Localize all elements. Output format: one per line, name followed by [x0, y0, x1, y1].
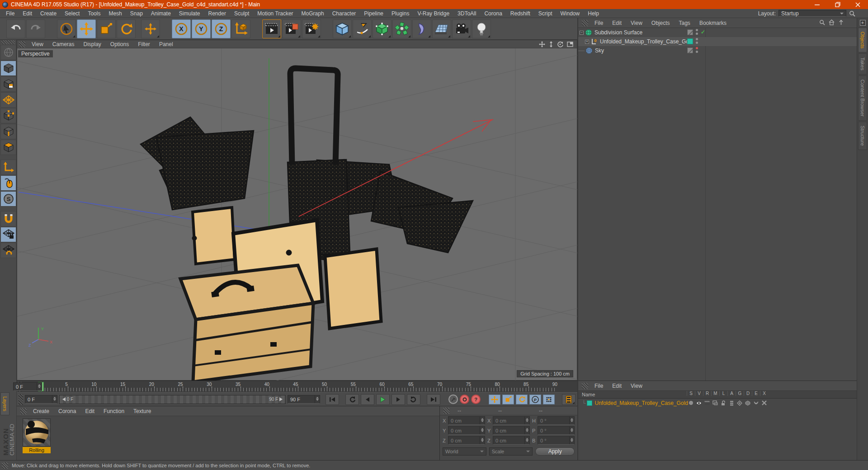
editor-visibility-dot[interactable] [696, 47, 698, 49]
material-menu-item[interactable]: Function [99, 408, 129, 414]
render-toggle-icon[interactable] [703, 400, 711, 406]
menubar-item[interactable]: Create [36, 10, 61, 17]
material-name-label[interactable]: Rolling [23, 447, 51, 453]
transport-grip[interactable] [19, 394, 23, 405]
object-manager-grip[interactable] [582, 20, 588, 26]
object-name[interactable]: Sky [595, 47, 604, 54]
manager-toggle-icon[interactable] [711, 400, 719, 406]
scale-tool[interactable] [97, 19, 116, 38]
zoom-view-icon[interactable] [549, 41, 553, 47]
menubar-item[interactable]: Mesh [104, 10, 126, 17]
title-bar[interactable]: CINEMA 4D R17.055 Studio (R17) - [Unfold… [0, 0, 868, 9]
z-axis-lock-button[interactable]: Z [212, 19, 231, 38]
object-manager-menu-item[interactable]: Tags [675, 20, 695, 26]
record-parameter-toggle[interactable]: P [529, 395, 541, 404]
live-selection-tool[interactable] [57, 19, 76, 38]
camera-view-label[interactable]: Perspective [18, 50, 53, 57]
menubar-item[interactable]: MoGraph [297, 10, 328, 17]
play-forwards-button[interactable] [407, 394, 420, 405]
coordinate-system-button[interactable] [231, 19, 250, 38]
home-icon[interactable] [829, 19, 835, 25]
object-manager-menu-item[interactable]: Bookmarks [695, 20, 731, 26]
goto-start-button[interactable] [326, 394, 339, 405]
move-tool[interactable] [77, 19, 96, 38]
model-mode-button[interactable] [0, 61, 16, 76]
viewport-menu-item[interactable]: Panel [155, 41, 178, 47]
autokey-button[interactable] [460, 395, 469, 404]
polygons-mode-button[interactable] [0, 140, 16, 155]
deformers-toggle-icon[interactable] [744, 400, 752, 406]
rotate-view-icon[interactable] [557, 41, 563, 47]
menubar-item[interactable]: Tools [84, 10, 104, 17]
make-editable-button[interactable] [0, 45, 16, 60]
add-primitive-cube-button[interactable] [333, 19, 352, 38]
deformer-button[interactable] [412, 19, 431, 38]
material-menu-item[interactable]: Corona [54, 408, 80, 414]
layer-color-box[interactable] [587, 400, 592, 406]
ruler-frame-field[interactable]: 0 F [13, 382, 42, 391]
object-row-sky[interactable]: Sky [578, 46, 857, 55]
material-menu-item[interactable]: Texture [129, 408, 156, 414]
search-icon[interactable] [819, 19, 825, 25]
render-visibility-dot[interactable] [696, 42, 698, 44]
workplane-mode-button[interactable] [0, 92, 16, 108]
x-axis-lock-button[interactable]: X [172, 19, 191, 38]
menubar-item[interactable]: Redshift [506, 10, 534, 17]
minimize-button[interactable] [807, 0, 827, 9]
goto-end-button[interactable] [427, 394, 440, 405]
coord-value-field[interactable]: 0 cm [493, 416, 530, 425]
next-frame-button[interactable] [392, 394, 405, 405]
coord-value-field[interactable]: 0 ° [538, 436, 575, 445]
enabled-check-icon[interactable]: ✓ [701, 29, 705, 35]
menubar-item[interactable]: 3DToAll [453, 10, 480, 17]
render-visibility-dot[interactable] [696, 51, 698, 53]
object-row-subdivision-surface[interactable]: − Subdivision Surface ✓ [578, 28, 857, 37]
coordinates-grip[interactable] [443, 408, 449, 414]
material-thumbnail[interactable] [23, 418, 51, 446]
menubar-item[interactable]: Render [204, 10, 230, 17]
expand-icon[interactable]: + [585, 40, 589, 44]
viewport-menu-item[interactable]: Display [79, 41, 105, 47]
coordinate-system-dropdown[interactable]: World [443, 447, 486, 456]
viewport-canvas[interactable]: Perspective Grid Spacing : 100 cm Y X Z [17, 48, 578, 381]
status-grip[interactable] [2, 462, 8, 469]
coord-value-field[interactable]: 0 cm [493, 436, 530, 445]
coord-value-field[interactable]: 0 cm [448, 416, 485, 425]
range-right-arrow-icon[interactable] [279, 397, 283, 401]
align-workplane-button[interactable] [0, 243, 16, 258]
record-rotation-toggle[interactable] [516, 395, 528, 404]
material-menu-item[interactable]: Edit [80, 408, 99, 414]
tab-content-browser[interactable]: Content Browser [858, 75, 867, 121]
timeline-range-slider[interactable]: 0 F 90 F [59, 395, 286, 404]
viewport-menu-item[interactable]: Cameras [48, 41, 79, 47]
last-used-tool[interactable] [141, 19, 160, 38]
lock-toggle-icon[interactable] [719, 400, 727, 406]
coord-value-field[interactable]: 0 cm [493, 426, 530, 435]
scroll-up-icon[interactable] [838, 19, 844, 25]
xref-toggle-icon[interactable] [760, 400, 768, 406]
mograph-cloner-button[interactable] [392, 19, 411, 38]
layer-panel-grip[interactable] [582, 383, 588, 389]
menubar-item[interactable]: Help [584, 10, 603, 17]
palette-grip[interactable] [1, 40, 15, 44]
object-name[interactable]: Subdivision Surface [594, 29, 642, 36]
coord-value-field[interactable]: 0 ° [538, 426, 575, 435]
y-axis-lock-button[interactable]: Y [192, 19, 211, 38]
add-panel-icon[interactable]: + [860, 20, 866, 26]
axis-mode-button[interactable] [0, 160, 16, 175]
menubar-item[interactable]: Select [61, 10, 84, 17]
render-tag-box[interactable] [687, 47, 693, 53]
editor-visibility-dot[interactable] [696, 29, 698, 31]
timeline-ruler[interactable]: 051015202530354045505560657075808590 0 F [17, 381, 577, 392]
search-icon[interactable] [849, 10, 855, 17]
render-to-picture-viewer-button[interactable] [282, 19, 301, 38]
menubar-item[interactable]: File [2, 10, 19, 17]
undo-button[interactable] [6, 19, 25, 38]
collapse-icon[interactable]: − [580, 31, 584, 35]
keyframe-options-button[interactable]: ? [471, 395, 481, 404]
transform-mode-dropdown[interactable]: Scale [489, 447, 533, 456]
view-toggle-icon[interactable] [695, 400, 703, 406]
viewport-menu-item[interactable]: Filter [133, 41, 155, 47]
toggle-view-icon[interactable] [567, 42, 573, 47]
viewport-solo-button[interactable] [0, 175, 16, 191]
